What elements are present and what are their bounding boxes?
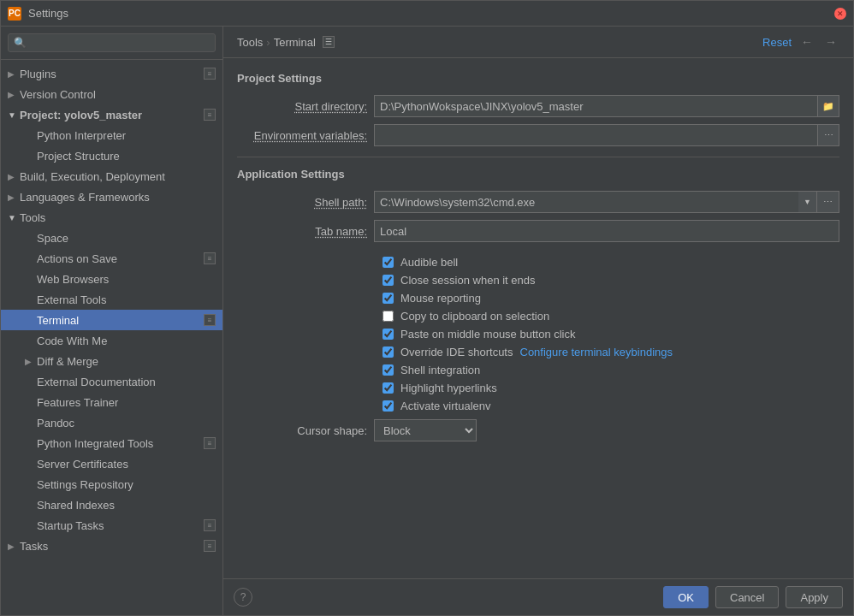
start-directory-browse-button[interactable]: 📁 [817, 95, 839, 117]
checkbox-close-session[interactable] [383, 275, 394, 286]
checkbox-label-paste-middle: Paste on middle mouse button click [400, 328, 576, 341]
sidebar-item-label-languages-frameworks: Languages & Frameworks [20, 191, 216, 204]
sidebar-item-label-tasks: Tasks [20, 540, 204, 553]
sidebar-item-build-exec-deploy[interactable]: ▶Build, Execution, Deployment [1, 166, 222, 187]
sidebar-item-badge-plugins: ≡ [204, 68, 216, 80]
breadcrumb: Tools › Terminal ☰ [237, 36, 762, 49]
sidebar-item-arrow-diff-merge: ▶ [25, 357, 35, 366]
sidebar-item-label-project-structure: Project Structure [37, 150, 216, 163]
header-actions: Reset ← → [762, 33, 839, 50]
checkbox-label-audible-bell: Audible bell [400, 256, 458, 269]
sidebar-item-label-pandoc: Pandoc [37, 417, 216, 429]
sidebar-item-server-certificates[interactable]: Server Certificates [1, 453, 222, 474]
sidebar-item-actions-on-save[interactable]: Actions on Save≡ [1, 248, 222, 269]
sidebar-item-label-tools: Tools [20, 211, 216, 224]
tab-name-row: Tab name: [237, 220, 839, 242]
close-button[interactable]: ✕ [834, 8, 846, 20]
sidebar-item-label-external-tools: External Tools [37, 293, 216, 306]
sidebar-item-settings-repository[interactable]: Settings Repository [1, 474, 222, 495]
shell-path-row: Shell path: ▼ ⋯ [237, 191, 839, 213]
checkbox-paste-middle[interactable] [383, 329, 394, 340]
sidebar-item-label-space: Space [37, 232, 216, 245]
env-variables-edit-button[interactable]: ⋯ [817, 124, 839, 146]
sidebar-item-code-with-me[interactable]: Code With Me [1, 330, 222, 351]
cursor-shape-select[interactable]: BlockUnderlineI-Beam [374, 419, 477, 441]
sidebar-item-arrow-tools: ▼ [8, 213, 18, 222]
back-button[interactable]: ← [798, 33, 815, 50]
shell-path-input[interactable] [374, 191, 798, 213]
checkbox-label-shell-integration: Shell integration [400, 364, 480, 376]
apply-button[interactable]: Apply [786, 586, 843, 608]
main-header: Tools › Terminal ☰ Reset ← → [223, 27, 853, 58]
sidebar-item-startup-tasks[interactable]: Startup Tasks≡ [1, 515, 222, 536]
app-settings-title: Application Settings [237, 168, 839, 181]
checkbox-row-highlight-hyperlinks: Highlight hyperlinks [237, 382, 839, 394]
sidebar-item-label-web-browsers: Web Browsers [37, 273, 216, 286]
nav-tree: ▶Plugins≡▶Version Control▼Project: yolov… [1, 60, 222, 615]
search-input[interactable] [8, 33, 216, 52]
tab-name-input[interactable] [374, 220, 839, 242]
sidebar-item-badge-startup-tasks: ≡ [204, 519, 216, 531]
sidebar-item-project-yolov5[interactable]: ▼Project: yolov5_master≡ [1, 104, 222, 125]
sidebar-item-features-trainer[interactable]: Features Trainer [1, 392, 222, 412]
sidebar-item-project-structure[interactable]: Project Structure [1, 145, 222, 166]
checkbox-label-mouse-reporting: Mouse reporting [400, 292, 481, 305]
footer: ? OK Cancel Apply [223, 578, 853, 615]
reset-button[interactable]: Reset [762, 36, 792, 49]
sidebar-item-pandoc[interactable]: Pandoc [1, 412, 222, 433]
section-separator [237, 157, 839, 157]
sidebar-item-arrow-version-control: ▶ [8, 90, 18, 99]
window-controls: ✕ [834, 8, 846, 20]
sidebar-item-badge-python-integrated-tools: ≡ [204, 437, 216, 449]
sidebar-item-python-interpreter[interactable]: Python Interpreter [1, 125, 222, 145]
sidebar-item-label-external-documentation: External Documentation [37, 376, 216, 388]
configure-keybindings-link[interactable]: Configure terminal keybindings [520, 346, 673, 358]
sidebar-item-label-diff-merge: Diff & Merge [37, 355, 216, 368]
sidebar-item-shared-indexes[interactable]: Shared Indexes [1, 495, 222, 515]
sidebar-item-external-tools[interactable]: External Tools [1, 289, 222, 310]
forward-button[interactable]: → [822, 33, 839, 50]
sidebar-item-arrow-languages-frameworks: ▶ [8, 192, 18, 202]
sidebar-item-space[interactable]: Space [1, 228, 222, 248]
checkbox-row-mouse-reporting: Mouse reporting [237, 292, 839, 305]
sidebar-item-version-control[interactable]: ▶Version Control [1, 84, 222, 104]
checkbox-shell-integration[interactable] [383, 364, 394, 376]
env-variables-input[interactable] [374, 124, 817, 146]
sidebar-item-python-integrated-tools[interactable]: Python Integrated Tools≡ [1, 433, 222, 453]
sidebar-item-web-browsers[interactable]: Web Browsers [1, 269, 222, 289]
sidebar-item-terminal[interactable]: Terminal≡ [1, 310, 222, 330]
help-button[interactable]: ? [234, 588, 252, 607]
sidebar-item-label-version-control: Version Control [20, 88, 216, 101]
start-directory-field-container: 📁 [374, 95, 839, 117]
checkboxes-container: Audible bellClose session when it endsMo… [237, 256, 839, 412]
sidebar-item-tasks[interactable]: ▶Tasks≡ [1, 536, 222, 556]
content-area: Project Settings Start directory: 📁 Envi… [223, 58, 853, 578]
shell-path-more-button[interactable]: ⋯ [817, 191, 839, 213]
checkbox-mouse-reporting[interactable] [383, 293, 394, 304]
sidebar-item-plugins[interactable]: ▶Plugins≡ [1, 63, 222, 84]
project-settings-title: Project Settings [237, 72, 839, 85]
cancel-button[interactable]: Cancel [715, 586, 779, 608]
sidebar-item-badge-actions-on-save: ≡ [204, 252, 216, 264]
sidebar-item-arrow-project-yolov5: ▼ [8, 110, 18, 120]
sidebar-item-arrow-plugins: ▶ [8, 69, 18, 79]
checkbox-highlight-hyperlinks[interactable] [383, 382, 394, 394]
sidebar-item-languages-frameworks[interactable]: ▶Languages & Frameworks [1, 187, 222, 207]
ok-button[interactable]: OK [663, 586, 709, 608]
pin-button[interactable]: ☰ [323, 36, 335, 48]
sidebar-item-tools[interactable]: ▼Tools [1, 207, 222, 228]
sidebar-item-label-python-integrated-tools: Python Integrated Tools [37, 437, 204, 450]
sidebar-item-diff-merge[interactable]: ▶Diff & Merge [1, 351, 222, 371]
sidebar-item-external-documentation[interactable]: External Documentation [1, 371, 222, 392]
checkbox-override-ide[interactable] [383, 346, 394, 358]
checkbox-activate-virtualenv[interactable] [383, 400, 394, 412]
title-bar: PC Settings ✕ [1, 1, 853, 27]
checkbox-label-override-ide: Override IDE shortcuts [400, 346, 513, 358]
sidebar-item-label-server-certificates: Server Certificates [37, 458, 216, 471]
start-directory-row: Start directory: 📁 [237, 95, 839, 117]
start-directory-input[interactable] [374, 95, 817, 117]
shell-path-dropdown-button[interactable]: ▼ [798, 191, 817, 213]
breadcrumb-current: Terminal [274, 36, 316, 49]
checkbox-audible-bell[interactable] [383, 257, 394, 268]
checkbox-copy-clipboard[interactable] [383, 311, 394, 322]
